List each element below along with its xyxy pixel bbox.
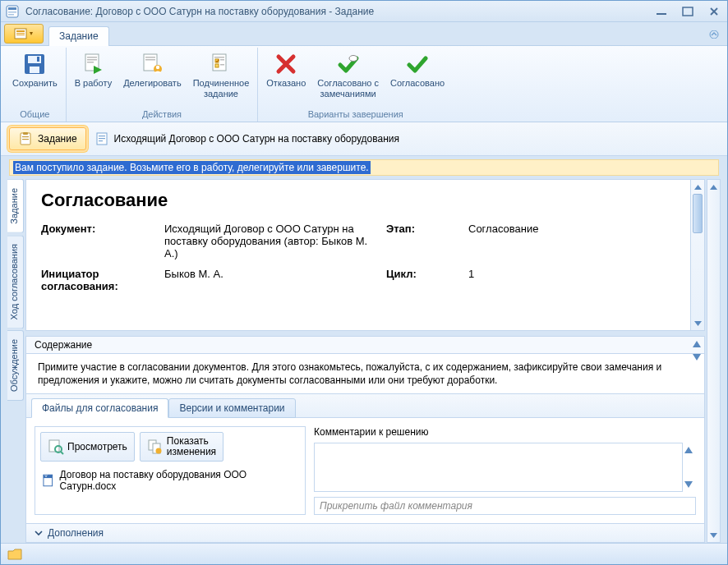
content-panel-header: Содержание xyxy=(26,337,704,354)
svg-rect-1 xyxy=(8,7,16,10)
task-pill-button[interactable]: Задание xyxy=(9,127,86,150)
comments-textarea[interactable] xyxy=(314,443,683,492)
close-button[interactable] xyxy=(706,5,722,18)
content-body: Примите участие в согласовании документо… xyxy=(26,354,704,393)
start-button[interactable]: В работу xyxy=(70,48,117,91)
sidetab-discussion[interactable]: Обсуждение xyxy=(7,330,24,401)
subtask-icon xyxy=(208,51,234,77)
svg-rect-7 xyxy=(16,30,25,32)
label-document: Документ: xyxy=(41,223,156,260)
svg-rect-34 xyxy=(22,139,29,140)
svg-rect-13 xyxy=(30,67,39,73)
sidetab-progress[interactable]: Ход согласования xyxy=(7,235,24,328)
titlebar: Согласование: Договор с ООО Сатурн на по… xyxy=(1,1,727,22)
app-menu-button[interactable] xyxy=(4,24,44,44)
ribbon-tab-task[interactable]: Задание xyxy=(48,26,109,46)
svg-rect-16 xyxy=(87,57,97,58)
check-icon xyxy=(404,51,431,77)
subtask-button[interactable]: Подчиненное задание xyxy=(188,48,255,102)
svg-point-10 xyxy=(710,30,718,39)
value-stage: Согласование xyxy=(468,223,600,260)
value-initiator: Быков М. А. xyxy=(164,268,378,292)
main-area: Задание Ход согласования Обсуждение Согл… xyxy=(7,179,721,543)
svg-point-23 xyxy=(156,66,159,69)
magnifier-icon xyxy=(48,439,64,455)
svg-rect-33 xyxy=(22,136,29,137)
ribbon-group-common-label: Общие xyxy=(7,108,62,122)
ribbon-group-common: Сохранить Общие xyxy=(4,48,67,122)
inner-tabs: Файлы для согласования Версии и коммента… xyxy=(26,393,704,418)
form-panel: Согласование Документ: Исходящий Договор… xyxy=(25,179,705,331)
files-column: Просмотреть Показать изменения W Договор… xyxy=(35,426,306,515)
maximize-button[interactable] xyxy=(680,5,696,18)
play-document-icon xyxy=(80,51,106,77)
save-button[interactable]: Сохранить xyxy=(7,48,62,91)
tab-files[interactable]: Файлы для согласования xyxy=(31,398,168,418)
comments-scroll-up[interactable] xyxy=(684,444,696,456)
content-panel: Содержание Примите участие в согласовани… xyxy=(25,336,705,543)
attach-placeholder[interactable]: Прикрепить файл комментария xyxy=(314,497,696,515)
svg-rect-37 xyxy=(99,138,105,139)
expand-additions[interactable]: Дополнения xyxy=(26,523,704,542)
agree-button[interactable]: Согласовано xyxy=(385,48,449,91)
ribbon-group-actions-label: Действия xyxy=(70,108,255,122)
svg-point-30 xyxy=(349,56,357,62)
svg-rect-38 xyxy=(99,140,103,141)
svg-rect-14 xyxy=(37,57,39,62)
window-title: Согласование: Договор с ООО Сатурн на по… xyxy=(22,6,653,17)
svg-rect-17 xyxy=(87,59,97,61)
svg-rect-5 xyxy=(683,7,693,16)
minimize-button[interactable] xyxy=(653,5,670,18)
reject-icon xyxy=(273,51,299,77)
ribbon-collapse-toggle[interactable] xyxy=(707,29,721,40)
content-scroll-down[interactable] xyxy=(693,351,701,363)
svg-rect-8 xyxy=(16,33,25,34)
check-note-icon xyxy=(335,51,362,77)
svg-rect-25 xyxy=(214,57,224,58)
folder-icon xyxy=(7,549,22,560)
page-title: Согласование xyxy=(41,190,689,211)
ribbon-header: Задание xyxy=(1,22,727,45)
file-item[interactable]: W Договор на поставку оборудования ООО С… xyxy=(40,466,300,494)
comments-scroll-down[interactable] xyxy=(684,479,696,490)
svg-rect-20 xyxy=(145,57,155,58)
svg-rect-9 xyxy=(16,34,25,35)
document-icon xyxy=(94,131,109,146)
reject-button[interactable]: Отказано xyxy=(261,48,311,91)
value-document: Исходящий Договор с ООО Сатурн на постав… xyxy=(164,223,378,260)
content-scroll-up[interactable] xyxy=(693,338,701,350)
svg-rect-2 xyxy=(8,11,16,13)
scroll-up-button[interactable] xyxy=(691,180,704,194)
comments-label: Комментарии к решению xyxy=(314,426,696,438)
delegate-button[interactable]: Делегировать xyxy=(118,48,187,91)
outer-scroll-up[interactable] xyxy=(707,180,720,194)
hint-text: Вам поступило задание. Возьмите его в ра… xyxy=(13,161,371,174)
svg-rect-32 xyxy=(23,132,28,135)
svg-rect-27 xyxy=(220,59,224,61)
label-initiator: Инициатор согласования: xyxy=(41,268,156,292)
svg-point-43 xyxy=(155,448,161,454)
svg-rect-3 xyxy=(8,14,14,16)
view-file-button[interactable]: Просмотреть xyxy=(40,432,135,462)
outer-scroll-down[interactable] xyxy=(707,528,720,542)
value-cycle: 1 xyxy=(468,268,600,292)
show-diff-button[interactable]: Показать изменения xyxy=(140,432,223,462)
comments-column: Комментарии к решению Прикрепить файл ко… xyxy=(314,426,696,515)
sidetab-task[interactable]: Задание xyxy=(7,179,24,233)
ribbon: Сохранить Общие В работу Делегировать По… xyxy=(1,45,727,122)
tab-versions[interactable]: Версии и комментарии xyxy=(168,398,295,418)
scroll-down-button[interactable] xyxy=(691,316,704,330)
svg-rect-18 xyxy=(87,62,94,63)
app-icon xyxy=(6,5,19,18)
form-scrollbar[interactable] xyxy=(690,180,704,330)
delegate-icon xyxy=(139,51,165,77)
agree-with-remarks-button[interactable]: Согласовано с замечаниями xyxy=(312,48,384,102)
info-document[interactable]: Исходящий Договор с ООО Сатурн на постав… xyxy=(94,131,399,146)
chevron-down-icon xyxy=(35,529,43,537)
docx-icon: W xyxy=(42,474,55,487)
svg-rect-4 xyxy=(657,13,666,15)
scroll-thumb[interactable] xyxy=(693,194,703,233)
label-stage: Этап: xyxy=(386,223,460,260)
ribbon-group-actions: В работу Делегировать Подчиненное задани… xyxy=(67,48,259,122)
outer-scrollbar[interactable] xyxy=(707,179,721,543)
